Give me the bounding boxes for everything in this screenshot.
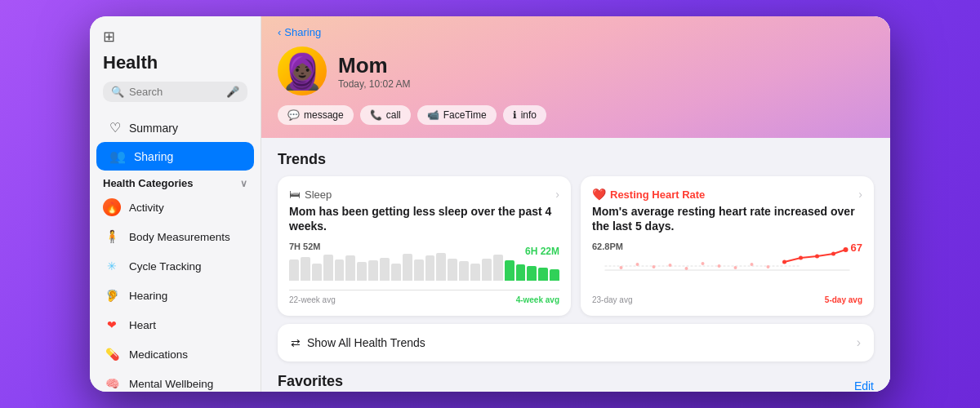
- rhr-trend-card[interactable]: ❤️ Resting Heart Rate › Mom's average re…: [581, 176, 874, 316]
- svg-point-19: [831, 252, 835, 256]
- sleep-description: Mom has been getting less sleep over the…: [289, 204, 559, 233]
- sleep-bar: [345, 255, 355, 281]
- svg-point-16: [782, 260, 786, 264]
- sleep-bar: [312, 264, 322, 282]
- sidebar: ⊞ Health 🔍 🎤 ♡ Summary 👥 Sharing Health …: [90, 16, 261, 392]
- sidebar-item-sharing[interactable]: 👥 Sharing: [96, 142, 254, 171]
- rhr-icon: ❤️: [592, 188, 606, 201]
- sleep-bar: [482, 259, 492, 282]
- back-link[interactable]: ‹ Sharing: [278, 26, 874, 38]
- avatar: 🧕🏿: [278, 47, 327, 95]
- call-button[interactable]: 📞 call: [360, 105, 411, 125]
- profile-row: 🧕🏿 Mom Today, 10:02 AM: [278, 47, 874, 95]
- svg-point-6: [620, 266, 623, 269]
- trends-row: 🛏 Sleep › Mom has been getting less slee…: [278, 176, 874, 316]
- rhr-avg-label: 62.8PM: [592, 242, 623, 251]
- heart-icon: ❤: [103, 316, 121, 334]
- medications-icon: 💊: [103, 345, 121, 363]
- sidebar-item-summary[interactable]: ♡ Summary: [96, 113, 254, 142]
- sleep-bar: [289, 259, 299, 281]
- svg-point-17: [799, 256, 803, 260]
- search-icon: 🔍: [111, 86, 124, 98]
- grid-icon: ⊞: [103, 28, 247, 46]
- show-all-icon: ⇄: [291, 336, 301, 349]
- sleep-bar: [368, 260, 378, 281]
- rhr-highlight-label: 67: [851, 242, 862, 254]
- sleep-bar: [493, 255, 503, 282]
- sleep-avg-label: 7H 52M: [289, 242, 321, 251]
- chevron-down-icon: ∨: [240, 178, 247, 189]
- rhr-chart-footer: 23-day avg 5-day avg: [592, 295, 862, 304]
- sleep-bar: [448, 259, 457, 282]
- search-bar[interactable]: 🔍 🎤: [103, 82, 247, 102]
- sleep-bar-green: [527, 266, 537, 281]
- main-content: ‹ Sharing 🧕🏿 Mom Today, 10:02 AM 💬 messa…: [261, 16, 890, 392]
- profile-info: Mom Today, 10:02 AM: [338, 53, 411, 90]
- heart-outline-icon: ♡: [109, 120, 121, 135]
- svg-point-8: [653, 265, 656, 268]
- microphone-icon: 🎤: [226, 86, 239, 98]
- favorites-header: Favorites Edit: [278, 373, 874, 392]
- main-scroll[interactable]: Trends 🛏 Sleep › Mom has been getting le…: [261, 138, 890, 392]
- sleep-bars: [289, 242, 559, 282]
- message-icon: 💬: [287, 109, 300, 121]
- sleep-bar-green: [505, 260, 514, 281]
- call-icon: 📞: [370, 109, 382, 121]
- profile-name: Mom: [338, 53, 411, 78]
- show-all-trends-button[interactable]: ⇄ Show All Health Trends ›: [278, 324, 874, 361]
- app-title: Health: [103, 52, 247, 73]
- rhr-card-header: ❤️ Resting Heart Rate ›: [592, 188, 862, 201]
- device-frame: ⊞ Health 🔍 🎤 ♡ Summary 👥 Sharing Health …: [90, 16, 890, 392]
- sidebar-item-heart[interactable]: ❤ Heart: [90, 310, 261, 339]
- edit-button[interactable]: Edit: [854, 379, 874, 392]
- trends-title: Trends: [278, 151, 874, 168]
- svg-point-11: [702, 262, 705, 265]
- svg-point-10: [685, 267, 688, 270]
- sleep-bar: [323, 255, 333, 282]
- sharing-icon: 👥: [109, 149, 126, 164]
- sidebar-item-activity[interactable]: 🔥 Activity: [90, 193, 261, 222]
- svg-point-15: [767, 265, 770, 268]
- svg-point-14: [751, 263, 754, 266]
- message-button[interactable]: 💬 message: [278, 105, 354, 125]
- sleep-bar: [391, 264, 401, 282]
- facetime-button[interactable]: 📹 FaceTime: [417, 105, 497, 125]
- sleep-bar: [436, 253, 446, 282]
- sidebar-item-mental-wellbeing[interactable]: 🧠 Mental Wellbeing: [90, 369, 261, 392]
- sleep-bar-green: [516, 264, 526, 281]
- sleep-chart: 7H 52M 6H 22M: [289, 242, 559, 290]
- svg-point-18: [815, 255, 819, 259]
- sidebar-item-cycle-tracking[interactable]: ✳ Cycle Tracking: [90, 251, 261, 281]
- favorites-title: Favorites: [278, 373, 343, 390]
- hearing-icon: 🦻: [103, 286, 121, 304]
- sleep-trend-card[interactable]: 🛏 Sleep › Mom has been getting less slee…: [278, 176, 571, 316]
- sleep-baseline: [289, 290, 559, 290]
- search-input[interactable]: [129, 86, 221, 98]
- rhr-label: ❤️ Resting Heart Rate: [592, 188, 705, 201]
- sidebar-item-hearing[interactable]: 🦻 Hearing: [90, 281, 261, 310]
- action-buttons: 💬 message 📞 call 📹 FaceTime ℹ info: [278, 105, 874, 125]
- main-header: ‹ Sharing 🧕🏿 Mom Today, 10:02 AM 💬 messa…: [261, 16, 890, 138]
- info-button[interactable]: ℹ info: [503, 105, 546, 125]
- sleep-bar-green: [550, 269, 559, 281]
- info-icon: ℹ: [513, 109, 517, 121]
- sleep-bar-green: [538, 268, 548, 282]
- sleep-bar: [380, 258, 390, 282]
- sleep-bar: [470, 264, 480, 282]
- sleep-bar: [357, 262, 367, 281]
- sleep-bar: [301, 257, 310, 282]
- sleep-highlight-label: 6H 22M: [525, 246, 559, 257]
- categories-header: Health Categories ∨: [90, 171, 261, 193]
- back-chevron-icon: ‹: [278, 26, 281, 38]
- sleep-bar: [335, 259, 345, 281]
- svg-point-9: [669, 264, 672, 267]
- facetime-icon: 📹: [427, 109, 439, 121]
- rhr-chevron-icon: ›: [858, 188, 862, 201]
- sleep-chart-footer: 22-week avg 4-week avg: [289, 295, 559, 304]
- rhr-description: Mom's average resting heart rate increas…: [592, 204, 862, 233]
- svg-point-12: [718, 264, 721, 268]
- profile-time: Today, 10:02 AM: [338, 78, 411, 90]
- show-all-inner: ⇄ Show All Health Trends: [291, 336, 425, 349]
- sidebar-item-medications[interactable]: 💊 Medications: [90, 339, 261, 369]
- sidebar-item-body-measurements[interactable]: 🧍 Body Measurements: [90, 222, 261, 251]
